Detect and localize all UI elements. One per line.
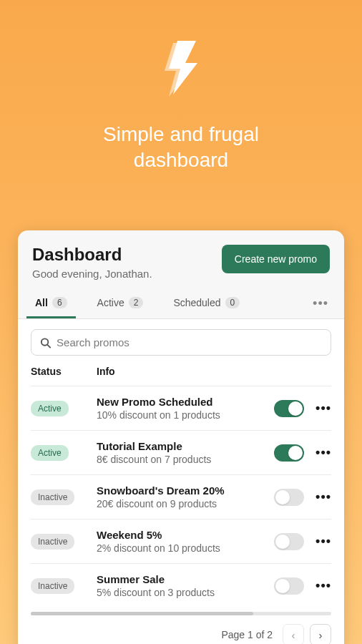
- svg-line-1: [47, 344, 50, 347]
- promo-toggle[interactable]: [274, 444, 304, 462]
- status-badge: Inactive: [31, 534, 74, 550]
- promo-toggle[interactable]: [274, 577, 304, 595]
- search-icon: [40, 337, 51, 348]
- pager-prev-button[interactable]: ‹: [283, 624, 304, 644]
- row-more-icon[interactable]: •••: [315, 578, 331, 593]
- row-more-icon[interactable]: •••: [315, 445, 331, 460]
- tab-label: Active: [97, 297, 124, 308]
- promo-toggle[interactable]: [274, 489, 304, 506]
- status-badge: Inactive: [31, 578, 74, 594]
- horizontal-scrollbar[interactable]: [31, 612, 331, 615]
- create-promo-button[interactable]: Create new promo: [222, 245, 330, 273]
- promo-subtitle: 8€ discount on 7 products: [97, 454, 268, 465]
- hero-title: Simple and frugal dashboard: [103, 122, 259, 174]
- row-more-icon[interactable]: •••: [315, 534, 331, 549]
- tab-scheduled[interactable]: Scheduled 0: [169, 288, 244, 318]
- table-row: InactiveWeekend 5%2% discount on 10 prod…: [31, 519, 331, 563]
- tabs: All 6 Active 2 Scheduled 0 •••: [18, 288, 344, 319]
- promo-subtitle: 10% discount on 1 products: [97, 409, 268, 421]
- promo-title: Snowboard's Dream 20%: [97, 484, 268, 497]
- pager-text: Page 1 of 2: [221, 629, 273, 640]
- tab-all[interactable]: All 6: [31, 288, 72, 318]
- search-input-wrapper[interactable]: [31, 329, 331, 356]
- tab-label: All: [35, 297, 48, 308]
- dashboard-card: Dashboard Good evening, Jonathan. Create…: [18, 230, 344, 644]
- row-more-icon[interactable]: •••: [315, 401, 331, 416]
- table-row: InactiveSnowboard's Dream 20%20€ discoun…: [31, 474, 331, 519]
- promo-title: New Promo Scheduled: [97, 396, 268, 408]
- promo-subtitle: 20€ discount on 9 products: [97, 498, 268, 509]
- greeting-text: Good evening, Jonathan.: [32, 268, 152, 280]
- promo-toggle[interactable]: [274, 533, 304, 550]
- page-title: Dashboard: [32, 245, 152, 265]
- status-badge: Active: [31, 401, 69, 416]
- table-row: ActiveTutorial Example8€ discount on 7 p…: [31, 430, 331, 474]
- promo-subtitle: 5% discount on 3 products: [97, 587, 268, 598]
- table-row: InactiveSummer Sale5% discount on 3 prod…: [31, 563, 331, 608]
- status-badge: Active: [31, 445, 69, 461]
- chevron-right-icon: ›: [319, 629, 323, 641]
- column-header-info: Info: [97, 366, 331, 377]
- promo-title: Tutorial Example: [97, 440, 268, 452]
- pager-next-button[interactable]: ›: [310, 624, 331, 644]
- table-row: ActiveNew Promo Scheduled10% discount on…: [31, 386, 331, 430]
- tab-active[interactable]: Active 2: [93, 288, 148, 318]
- column-header-status: Status: [31, 366, 97, 377]
- tab-count: 2: [129, 297, 144, 308]
- promo-toggle[interactable]: [274, 400, 304, 417]
- lightning-icon: [156, 39, 206, 100]
- status-badge: Inactive: [31, 489, 74, 505]
- promo-title: Weekend 5%: [97, 529, 268, 541]
- search-input[interactable]: [57, 336, 322, 348]
- tab-count: 0: [225, 297, 240, 308]
- tabs-more-icon[interactable]: •••: [310, 289, 331, 318]
- row-more-icon[interactable]: •••: [315, 489, 331, 504]
- chevron-left-icon: ‹: [292, 629, 295, 641]
- tab-count: 6: [52, 297, 67, 308]
- promo-title: Summer Sale: [97, 573, 268, 585]
- promo-subtitle: 2% discount on 10 products: [97, 542, 268, 554]
- tab-label: Scheduled: [173, 297, 220, 308]
